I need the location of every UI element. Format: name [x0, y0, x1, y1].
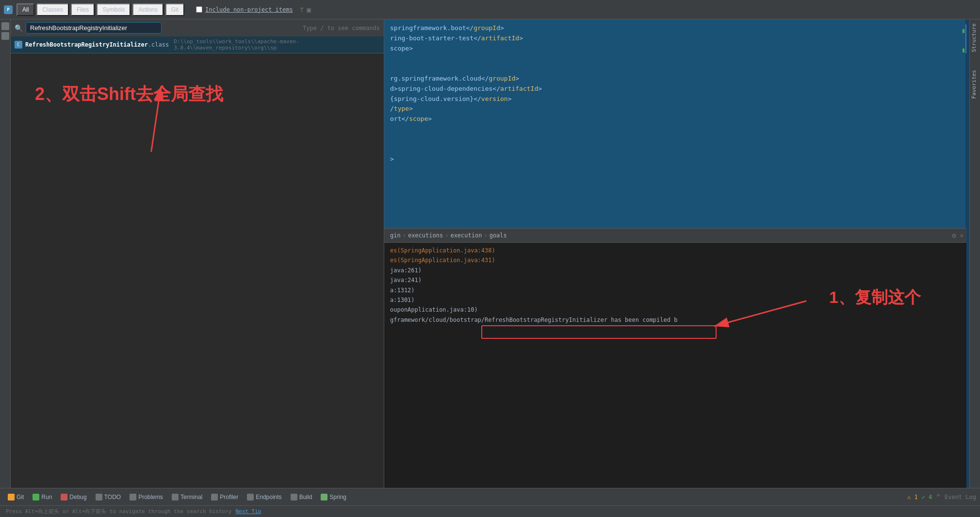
breadcrumb-item-4: goals [490, 232, 507, 239]
search-overlay: 🔍 Type / to see commands C RefreshBootst… [11, 19, 384, 53]
status-right: ⚠ 1 ✓ 4 ⌃ Event Log [907, 492, 976, 501]
search-icon: 🔍 [15, 24, 23, 32]
close-icon[interactable]: ✕ [960, 232, 964, 239]
include-non-project-checkbox[interactable] [196, 6, 202, 13]
right-scrollbar[interactable] [966, 19, 969, 488]
btn-run[interactable]: Run [29, 492, 56, 502]
result-path: D:\\op_tools\\work_tools\\apache-maven-3… [174, 38, 380, 51]
btn-spring[interactable]: Spring [317, 492, 350, 502]
breadcrumb-item-3: execution [450, 232, 482, 239]
annotation-left-text: 2、双击Shift去全局查找 [35, 83, 223, 106]
diff-indicator-1 [963, 29, 964, 33]
expand-icon[interactable]: ⌃ [936, 492, 941, 501]
result-text: RefreshBootstrapRegistryInitializer.clas… [25, 41, 169, 48]
search-type-hint: Type / to see commands [303, 25, 380, 32]
left-panel: 🔍 Type / to see commands C RefreshBootst… [11, 19, 384, 488]
sidebar-structure[interactable]: Structure [970, 19, 980, 56]
breadcrumb-item-2: executions [408, 232, 443, 239]
tab-actions[interactable]: Actions [132, 3, 163, 16]
search-input-row: 🔍 Type / to see commands [11, 19, 384, 36]
btn-todo[interactable]: TODO [92, 492, 125, 502]
btn-debug[interactable]: Debug [57, 492, 90, 502]
xml-content: springframework.boot</groupId> ring-boot… [390, 23, 964, 165]
profiler-icon [211, 494, 218, 500]
check-count: ✓ 4 [922, 494, 932, 500]
search-options-bar: Include non-project items ⊤ ▣ [196, 6, 311, 14]
breadcrumb-sep-1: › [403, 232, 406, 239]
btn-profiler[interactable]: Profiler [207, 492, 242, 502]
search-result-row[interactable]: C RefreshBootstrapRegistryInitializer.cl… [11, 36, 384, 53]
breadcrumb-item-1: gin [390, 232, 401, 239]
filter-icon[interactable]: ⊤ [300, 6, 304, 14]
todo-icon [96, 494, 102, 500]
btn-terminal[interactable]: Terminal [168, 492, 206, 502]
warning-count: ⚠ 1 [907, 494, 918, 500]
result-class-icon: C [15, 41, 22, 49]
next-tip-link[interactable]: Next Tip [236, 508, 261, 515]
top-toolbar: P All Classes Files Symbols Actions Git … [0, 0, 980, 19]
result-type: .class [148, 41, 169, 48]
project-icon: P [4, 5, 13, 14]
xml-editor: springframework.boot</groupId> ring-boot… [384, 19, 969, 228]
sidebar-icon-2[interactable] [1, 32, 9, 40]
git-icon [8, 494, 15, 500]
breadcrumb-bar: gin › executions › execution › goals ⚙ ✕ [384, 228, 969, 243]
console-output: es(SpringApplication.java:438) es(Spring… [390, 246, 964, 325]
tab-classes[interactable]: Classes [36, 3, 69, 16]
sidebar-icon-1[interactable] [1, 22, 9, 30]
bottom-toolbar: Git Run Debug TODO Problems Terminal Pro… [0, 488, 980, 505]
result-highlight: RefreshBootstrapRegistryInitializer [25, 41, 148, 48]
problems-icon [130, 494, 136, 500]
build-icon [291, 494, 297, 500]
sidebar-favorites[interactable]: Favorites [970, 66, 980, 103]
btn-endpoints[interactable]: Endpoints [243, 492, 285, 502]
annotation-right-text: 1、复制这个 [829, 286, 921, 309]
right-panel: springframework.boot</groupId> ring-boot… [384, 19, 969, 488]
include-non-project-label: Include non-project items [205, 6, 293, 13]
right-sidebar: Structure Favorites [969, 19, 980, 488]
left-sidebar-strip [0, 19, 11, 488]
settings-gear-icon[interactable]: ⚙ [952, 232, 956, 239]
btn-problems[interactable]: Problems [126, 492, 167, 502]
tab-symbols[interactable]: Symbols [97, 3, 131, 16]
terminal-icon [172, 494, 179, 500]
breadcrumb-sep-3: › [484, 232, 487, 239]
spring-icon [321, 494, 327, 500]
debug-icon [61, 494, 67, 500]
status-text: Press Alt+向上箭头 or Alt+向下箭头 to navigate t… [6, 508, 232, 515]
run-icon [33, 494, 39, 500]
layout-icon[interactable]: ▣ [307, 6, 310, 14]
btn-build[interactable]: Build [287, 492, 316, 502]
tab-all[interactable]: All [16, 3, 34, 16]
breadcrumb-sep-2: › [445, 232, 448, 239]
tab-git[interactable]: Git [165, 3, 184, 16]
btn-git[interactable]: Git [4, 492, 28, 502]
status-bar: Press Alt+向上箭头 or Alt+向下箭头 to navigate t… [0, 505, 980, 517]
red-box-highlight [481, 325, 717, 339]
console-area: es(SpringApplication.java:438) es(Spring… [384, 243, 969, 488]
event-log-btn[interactable]: Event Log [945, 494, 976, 500]
endpoints-icon [247, 494, 254, 500]
search-input[interactable] [26, 22, 162, 33]
tab-files[interactable]: Files [71, 3, 95, 16]
diff-indicator-2 [963, 49, 964, 52]
